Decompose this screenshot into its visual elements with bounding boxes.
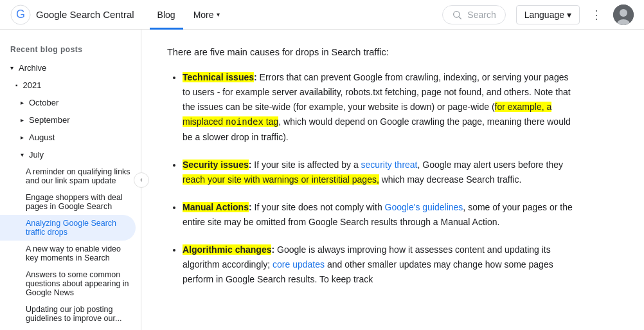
svg-point-2 [454, 11, 460, 17]
google-guidelines-link[interactable]: Google's guidelines [385, 202, 463, 212]
logo-icon: G [10, 5, 31, 25]
search-placeholder-text: Search [467, 10, 496, 20]
sidebar-item-september[interactable]: ▸ September [0, 111, 141, 129]
archive-arrow-icon: ▾ [10, 64, 13, 71]
logo-area[interactable]: G Google Search Central [10, 5, 134, 25]
manual-term: Manual Actions [183, 202, 249, 212]
svg-line-3 [459, 17, 461, 19]
language-button[interactable]: Language ▾ [516, 5, 580, 24]
sidebar-toggle-button[interactable]: ‹ [134, 172, 149, 188]
svg-point-5 [620, 9, 627, 17]
year-bullet-icon: ▪ [15, 82, 18, 89]
main-nav: Blog More ▾ [150, 0, 433, 30]
july-arrow-icon: ▾ [21, 151, 24, 158]
sidebar-item-october[interactable]: ▸ October [0, 94, 141, 111]
sidebar-item-deal-pages[interactable]: Engage shoppers with deal pages in Googl… [0, 189, 141, 215]
list-item-security: Security issues: If your site is affecte… [183, 158, 578, 187]
september-arrow-icon: ▸ [21, 116, 24, 124]
security-term: Security issues [183, 160, 249, 170]
sidebar-wrapper: Recent blog posts ▾ Archive ▪ 2021 ▸ Oct… [0, 30, 141, 330]
sidebar-section-title: Recent blog posts [0, 40, 141, 59]
sidebar-item-traffic-drops[interactable]: Analyzing Google Search traffic drops [0, 215, 136, 241]
sidebar-item-august[interactable]: ▸ August [0, 129, 141, 146]
causes-list: Technical issues: Errors that can preven… [167, 70, 578, 287]
sidebar-item-2021[interactable]: ▪ 2021 [0, 77, 141, 94]
intro-paragraph: There are five main causes for drops in … [167, 45, 578, 60]
search-icon [452, 10, 462, 20]
security-highlight: reach your site with warnings or interst… [183, 174, 379, 185]
site-header: G Google Search Central Blog More ▾ Sear… [0, 0, 644, 30]
sidebar-item-google-news[interactable]: Answers to some common questions about a… [0, 266, 141, 301]
algorithmic-term: Algorithmic changes [183, 244, 271, 255]
sidebar-item-july[interactable]: ▾ July [0, 146, 141, 163]
technical-highlight-middle: for example, a misplaced noindex tag [183, 102, 551, 127]
technical-term: Technical issues [183, 72, 254, 82]
search-bar[interactable]: Search [442, 5, 505, 24]
sidebar-item-archive[interactable]: ▾ Archive [0, 59, 141, 77]
main-content: There are five main causes for drops in … [141, 30, 604, 330]
language-chevron-icon: ▾ [567, 10, 571, 20]
sidebar-chevron-icon: ‹ [140, 176, 142, 183]
header-right: Language ▾ ⋮ [516, 3, 634, 26]
more-options-button[interactable]: ⋮ [585, 3, 608, 26]
august-arrow-icon: ▸ [21, 134, 24, 141]
more-vertical-icon: ⋮ [591, 8, 602, 22]
core-updates-link[interactable]: core updates [273, 259, 325, 270]
october-arrow-icon: ▸ [21, 99, 24, 106]
nav-more[interactable]: More ▾ [186, 0, 228, 30]
list-item-technical: Technical issues: Errors that can preven… [183, 70, 578, 144]
page-layout: Recent blog posts ▾ Archive ▪ 2021 ▸ Oct… [0, 30, 644, 330]
user-avatar[interactable] [613, 5, 634, 25]
sidebar-item-video-moments[interactable]: A new way to enable video key moments in… [0, 241, 141, 266]
list-item-algorithmic: Algorithmic changes: Google is always im… [183, 243, 578, 287]
more-chevron-icon: ▾ [217, 11, 220, 18]
security-threat-link[interactable]: security threat [361, 160, 418, 170]
sidebar-item-job-posting[interactable]: Updating our job posting guidelines to i… [0, 301, 141, 327]
site-title: Google Search Central [36, 9, 134, 20]
sidebar-item-link-spam[interactable]: A reminder on qualifying links and our l… [0, 163, 141, 189]
nav-blog[interactable]: Blog [150, 0, 183, 30]
sidebar: Recent blog posts ▾ Archive ▪ 2021 ▸ Oct… [0, 30, 141, 330]
list-item-manual: Manual Actions: If your site does not co… [183, 200, 578, 230]
svg-text:G: G [16, 8, 25, 21]
